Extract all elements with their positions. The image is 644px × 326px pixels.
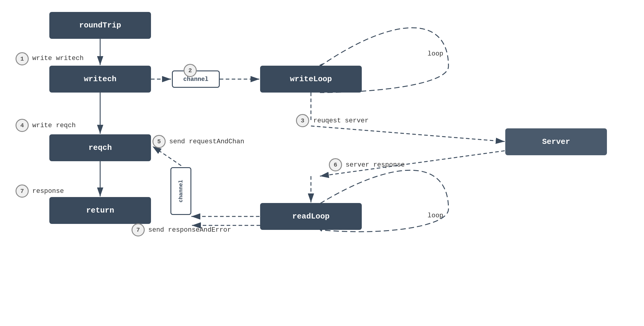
node-channel-2: channel (170, 167, 191, 215)
step-label-7b: send responseAndError (148, 226, 231, 234)
node-server: Server (505, 128, 607, 155)
node-return: return (49, 197, 151, 224)
step-label-7: response (32, 187, 64, 195)
step-label-1: write writech (32, 55, 84, 62)
svg-line-8 (311, 126, 505, 142)
node-writeloop: writeLoop (260, 66, 362, 93)
step-label-4: write reqch (32, 122, 76, 129)
diagram-container: roundTrip writech writeLoop reqch Server… (0, 0, 644, 326)
step-circle-3: 3 (296, 114, 309, 127)
step-circle-7b: 7 (132, 223, 145, 236)
node-readloop: readLoop (260, 203, 362, 230)
step-circle-5: 5 (152, 135, 166, 148)
step-label-3: reuqest server (313, 117, 369, 124)
node-reqch: reqch (49, 134, 151, 161)
svg-line-12 (152, 146, 181, 166)
loop-label-1: loop (428, 50, 443, 58)
arrows-svg (0, 0, 644, 326)
step-circle-2: 2 (184, 64, 197, 77)
step-circle-4: 4 (16, 119, 29, 132)
loop-label-2: loop (428, 212, 443, 219)
node-writech: writech (49, 66, 151, 93)
step-circle-6: 6 (329, 158, 342, 171)
step-label-5: send requestAndChan (169, 138, 244, 145)
node-roundtrip: roundTrip (49, 12, 151, 39)
step-label-6: server response (346, 161, 405, 169)
step-circle-1: 1 (16, 52, 29, 65)
step-circle-7: 7 (16, 184, 29, 198)
